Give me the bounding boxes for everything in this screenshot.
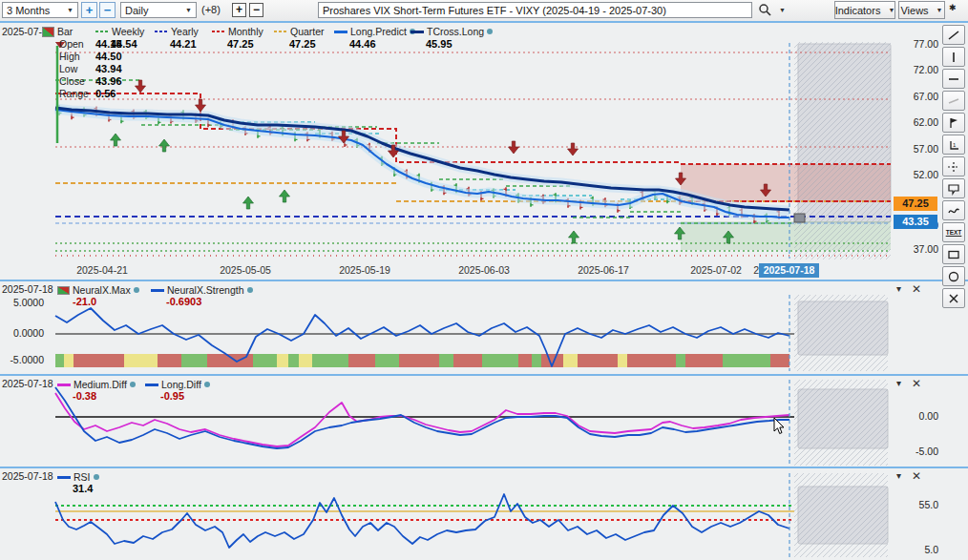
interval-select[interactable]: Daily ▼: [120, 2, 197, 18]
mouse-cursor: [773, 417, 786, 439]
text-tool-label: TEXT: [946, 229, 962, 236]
views-button[interactable]: Views▼: [898, 1, 945, 19]
main-price-plot[interactable]: [53, 42, 893, 260]
panel-close-icon[interactable]: ✕: [912, 469, 921, 483]
line-swatch-icon: [151, 289, 164, 292]
bar-offset-label: (+8): [201, 4, 221, 15]
panel-separator[interactable]: [0, 280, 968, 281]
info-icon[interactable]: [247, 287, 253, 293]
value-axis-tick: 0.0000: [2, 327, 44, 339]
tool-crosshair-button[interactable]: [942, 156, 965, 176]
toolbar-separator: [0, 21, 968, 23]
value-axis-tick: -5.00: [896, 446, 938, 457]
tool-ellipse-button[interactable]: [942, 266, 965, 286]
panel-separator[interactable]: [0, 467, 968, 468]
wave-icon: [946, 204, 961, 218]
legend-item-quarter[interactable]: Quarter: [274, 26, 325, 37]
tool-horizontal-line-button[interactable]: [942, 69, 965, 89]
legend-label: Long.Predict: [350, 26, 407, 37]
line-swatch-icon: [274, 31, 287, 32]
chevron-down-icon: ▼: [888, 7, 894, 13]
horizontal-line-icon: [946, 73, 961, 86]
legend-item-long-predict[interactable]: Long.Predict: [334, 26, 415, 37]
info-icon[interactable]: [487, 29, 493, 34]
tool-callout-button[interactable]: [942, 178, 965, 198]
value-axis-tick: 5.0: [896, 544, 938, 555]
search-dropdown-icon[interactable]: ▼: [779, 7, 786, 13]
indicators-button[interactable]: Indicators▼: [834, 1, 895, 19]
line-swatch-icon: [410, 31, 424, 33]
panel-date: 2025-07-18: [2, 378, 53, 389]
current-date-badge: 2025-07-18: [759, 263, 819, 278]
callout-icon: [946, 182, 961, 196]
angle-icon: 1: [946, 138, 961, 152]
panel-date: 2025-07-18: [2, 470, 53, 482]
crosshair-icon: [946, 160, 961, 174]
panel-close-icon[interactable]: ✕: [912, 377, 921, 390]
legend-item-bar[interactable]: Bar: [42, 26, 73, 37]
rectangle-icon: [946, 248, 961, 261]
zoom-in-button[interactable]: +: [81, 2, 97, 18]
price-bars: [57, 105, 782, 223]
ohlc-label: Open: [59, 38, 84, 50]
range-select[interactable]: 3 Months ▼: [2, 2, 78, 18]
price-axis-tick: 77.00: [896, 38, 938, 50]
legend-label: TCross.Long: [427, 26, 484, 37]
tool-angle-button[interactable]: 1: [942, 135, 965, 155]
tool-rectangle-button[interactable]: [942, 244, 965, 264]
ohlc-value: 0.56: [95, 88, 116, 99]
tool-vertical-line-button[interactable]: [942, 47, 965, 67]
ohlc-label: Close: [59, 75, 85, 87]
range-select-value: 3 Months: [7, 5, 50, 16]
neuralx-signal-strip: [55, 354, 789, 367]
price-axis-tick: 37.00: [896, 243, 938, 255]
interval-select-value: Daily: [125, 5, 148, 16]
tool-extend-line-button[interactable]: [942, 91, 965, 111]
price-axis-tick: 57.00: [896, 143, 938, 155]
legend-item-tcross-long[interactable]: TCross.Long: [410, 26, 493, 37]
panel-collapse-icon[interactable]: ▾: [896, 378, 901, 388]
trendline-icon: [946, 29, 961, 42]
zoom-out-button[interactable]: −: [99, 2, 116, 18]
panel-close-icon[interactable]: ✕: [912, 282, 921, 296]
chevron-down-icon: ▼: [67, 7, 74, 13]
value-axis-tick: -5.0000: [2, 354, 44, 365]
mediumdiff-plot[interactable]: [53, 380, 893, 466]
price-axis-tick: 52.00: [896, 169, 938, 180]
tool-wave-button[interactable]: [942, 200, 965, 220]
toolbar: 3 Months ▼ + − Daily ▼ (+8) + − ▼ Indica…: [0, 0, 968, 21]
legend-item-monthly[interactable]: Monthly: [212, 26, 263, 37]
ohlc-value: 43.94: [95, 63, 122, 74]
panel-collapse-icon[interactable]: ▾: [896, 470, 901, 481]
panel-separator[interactable]: [0, 374, 968, 376]
rsi-plot[interactable]: [53, 473, 893, 558]
value-axis-tick: 5.0000: [2, 297, 44, 308]
ohlc-value: 44.15: [95, 38, 122, 50]
tool-text-button[interactable]: TEXT: [942, 222, 965, 242]
chevron-down-icon: ▼: [936, 7, 943, 13]
legend-item-weekly[interactable]: Weekly: [95, 26, 144, 37]
symbol-search-input[interactable]: [318, 2, 752, 18]
legend-item-yearly[interactable]: Yearly: [155, 26, 199, 37]
tool-trendline-button[interactable]: [942, 25, 965, 45]
legend-label: Weekly: [112, 26, 144, 37]
tool-close-button[interactable]: [942, 288, 965, 308]
price-axis-tick: 62.00: [896, 116, 938, 128]
search-icon[interactable]: [758, 3, 772, 21]
offset-minus-button[interactable]: −: [249, 3, 263, 17]
tool-flag-button[interactable]: [942, 113, 965, 133]
ohlc-label: Range: [59, 88, 89, 99]
offset-plus-button[interactable]: +: [232, 3, 246, 17]
pin-icon[interactable]: ✱: [949, 3, 957, 12]
panel-collapse-icon[interactable]: ▾: [896, 283, 901, 294]
svg-text:1: 1: [953, 142, 957, 148]
line-swatch-icon: [212, 31, 225, 32]
date-axis-tick: 2025-05-19: [331, 264, 398, 276]
neuralx-plot[interactable]: [53, 294, 893, 374]
chevron-down-icon: ▼: [185, 7, 192, 13]
date-axis-tick: 2025-06-17: [570, 264, 637, 276]
date-axis-tick: 2025-04-21: [69, 264, 136, 276]
close-icon: [946, 292, 961, 305]
info-icon[interactable]: [134, 287, 139, 293]
line-swatch-icon: [155, 31, 168, 32]
